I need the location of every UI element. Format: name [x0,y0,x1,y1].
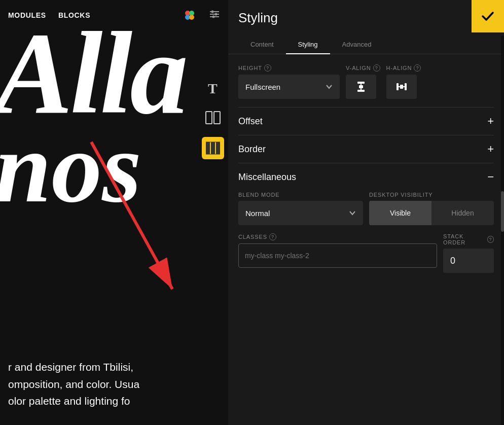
svg-rect-15 [216,142,220,154]
misc-section: Miscellaneous − BLEND MODE Normal [238,163,494,273]
svg-point-8 [215,13,218,15]
stack-order-help-icon[interactable]: ? [487,236,494,243]
height-field-row: HEIGHT ? Fullscreen V-ALIGN ? [238,64,494,99]
chevron-down-icon [326,83,333,90]
left-panel: MODULES BLOCKS Alla nos [0,0,228,425]
classes-stack-row: CLASSES ? STACK ORDER ? 0 [238,233,494,273]
blend-mode-label: BLEND MODE [238,192,363,198]
svg-rect-25 [405,83,407,90]
halign-center-icon [396,81,407,92]
svg-rect-14 [211,142,215,154]
body-line-3: olor palette and lighting fo [8,393,139,410]
classes-field-group: CLASSES ? [238,233,437,273]
desktop-visibility-label: DESKTOP VISIBILITY [369,192,494,198]
height-help-icon[interactable]: ? [264,64,271,72]
height-select[interactable]: Fullscreen [238,75,340,99]
body-line-2: omposition, and color. Usua [8,376,139,393]
right-panel: Styling Content Styling Advanced HEIGHT … [228,0,504,425]
svg-rect-23 [359,85,363,88]
misc-title: Miscellaneous [238,172,296,183]
halign-button[interactable] [386,75,417,99]
blend-mode-select[interactable]: Normal [238,201,363,225]
tab-advanced[interactable]: Advanced [330,36,384,54]
svg-rect-13 [206,142,210,154]
panel-title: Styling [238,10,278,26]
halign-field-group: H-ALIGN ? [386,64,421,99]
blend-chevron-icon [349,209,356,217]
svg-rect-12 [214,112,220,124]
confirm-button[interactable] [472,0,504,32]
misc-collapse-icon[interactable]: − [487,170,494,184]
svg-point-7 [211,10,214,13]
border-add-icon[interactable]: + [487,143,494,156]
classes-help-icon[interactable]: ? [269,233,276,240]
visibility-toggle: Visible Hidden [369,201,494,225]
height-label: HEIGHT ? [238,64,340,72]
misc-header: Miscellaneous − [238,170,494,184]
offset-section-title: Offset [238,116,263,127]
svg-rect-24 [397,83,399,90]
svg-rect-11 [206,112,212,124]
classes-label: CLASSES ? [238,233,437,240]
height-section: HEIGHT ? Fullscreen V-ALIGN ? [238,64,494,99]
layout-tool-icon[interactable] [202,107,224,129]
border-section-header[interactable]: Border + [238,135,494,163]
halign-help-icon[interactable]: ? [414,64,421,72]
sliders-icon[interactable] [209,9,220,22]
scrollbar-track [501,36,504,425]
offset-section-header[interactable]: Offset + [238,107,494,135]
valign-help-icon[interactable]: ? [373,64,380,72]
blend-row: BLEND MODE Normal DESKTOP VISIBILITY [238,192,494,225]
classes-input[interactable] [238,243,437,268]
tab-styling[interactable]: Styling [286,36,330,54]
svg-rect-20 [357,82,365,84]
valign-field-group: V-ALIGN ? [346,64,380,99]
blend-mode-group: BLEND MODE Normal [238,192,363,225]
svg-rect-21 [357,90,365,92]
visibility-group: DESKTOP VISIBILITY Visible Hidden [369,192,494,225]
body-text: r and designer from Tbilisi, omposition,… [0,359,148,410]
panel-content: HEIGHT ? Fullscreen V-ALIGN ? [228,54,504,425]
hidden-button[interactable]: Hidden [431,201,494,225]
halign-label: H-ALIGN ? [386,64,421,72]
valign-button[interactable] [346,75,376,99]
svg-point-9 [212,15,215,18]
right-toolbar: T [202,76,224,159]
stack-order-group: STACK ORDER ? 0 [443,233,494,273]
tab-content[interactable]: Content [238,36,286,54]
svg-point-3 [189,15,194,20]
body-line-1: r and designer from Tbilisi, [8,359,139,376]
border-section-title: Border [238,144,266,155]
valign-label: V-ALIGN ? [346,64,380,72]
height-field-group: HEIGHT ? Fullscreen [238,64,340,99]
stack-order-value: 0 [443,249,494,273]
active-tool-icon[interactable] [202,137,224,159]
offset-add-icon[interactable]: + [487,115,494,128]
svg-text:T: T [208,81,218,95]
visible-button[interactable]: Visible [369,201,431,225]
hero-text-2: nos [0,117,141,218]
text-tool-icon[interactable]: T [202,76,224,98]
tab-bar: Content Styling Advanced [228,36,504,54]
svg-rect-27 [400,85,403,89]
scrollbar-thumb[interactable] [501,191,504,232]
stack-order-label: STACK ORDER ? [443,233,494,245]
panel-header: Styling [228,0,504,36]
valign-center-icon [355,81,367,92]
